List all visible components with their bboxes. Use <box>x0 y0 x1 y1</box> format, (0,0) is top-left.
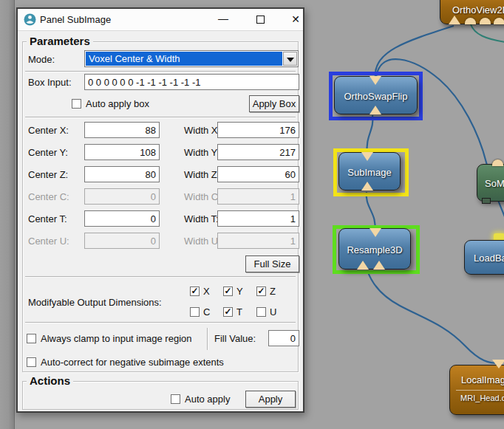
clamp-label: Always clamp to input image region <box>41 333 192 344</box>
inventor-connector-icon[interactable] <box>492 159 503 166</box>
title-bar[interactable]: Panel SubImage — ✕ <box>18 9 303 31</box>
center-c-label: Center C: <box>28 191 69 202</box>
center-y-label: Center Y: <box>28 147 68 158</box>
close-button[interactable]: ✕ <box>281 9 310 30</box>
apply-box-button[interactable]: Apply Box <box>249 95 299 112</box>
fill-value-label: Fill Value: <box>214 333 256 344</box>
width-c-label: Width C: <box>184 191 221 202</box>
width-z-label: Width Z: <box>184 169 219 180</box>
clamp-checkbox[interactable] <box>27 334 36 343</box>
mode-label: Mode: <box>28 54 55 65</box>
auto-apply-box-checkbox[interactable] <box>72 99 81 109</box>
inventor-output-connector-icon[interactable] <box>482 198 491 204</box>
center-u-label: Center U: <box>28 236 69 247</box>
dim-c-checkbox[interactable] <box>190 307 200 317</box>
dim-u-checkbox[interactable] <box>256 307 266 317</box>
center-y-field[interactable] <box>84 144 160 160</box>
width-u-field <box>217 233 299 249</box>
auto-apply-label: Auto apply <box>185 394 230 405</box>
mode-dropdown[interactable]: Voxel Center & Width <box>84 50 299 67</box>
node-label: SubImage <box>339 167 400 178</box>
separator <box>25 322 296 323</box>
autocorrect-label: Auto-correct for negative subimage exten… <box>41 357 224 368</box>
separator <box>25 71 296 72</box>
node-localimage[interactable]: LocalImag MRI_Head.d <box>449 365 504 415</box>
mode-selected-value: Voxel Center & Width <box>86 52 282 66</box>
chevron-down-icon[interactable] <box>283 52 297 66</box>
dim-y-label: Y <box>236 286 243 297</box>
inventor-connector-icon[interactable] <box>480 18 491 24</box>
node-sublabel: MRI_Head.d <box>450 394 504 402</box>
dim-z-label: Z <box>270 286 276 297</box>
width-u-label: Width U: <box>184 236 221 247</box>
apply-button[interactable]: Apply <box>245 391 296 408</box>
dim-y-checkbox[interactable]: ✓ <box>223 286 233 296</box>
node-label: LoadBa <box>474 253 504 264</box>
connection-orthoswapflip-orthoview2d <box>375 26 454 77</box>
width-x-label: Width X: <box>184 125 220 136</box>
parameters-group-title: Parameters <box>27 35 93 47</box>
modifyable-dims-label: Modifyable Output Dimensions: <box>28 297 162 308</box>
box-input-field[interactable] <box>84 74 299 90</box>
center-t-label: Center T: <box>28 213 67 224</box>
auto-apply-box-label: Auto apply box <box>86 98 149 109</box>
dim-x-label: X <box>203 286 210 297</box>
width-t-field[interactable] <box>217 210 299 227</box>
dim-x-checkbox[interactable]: ✓ <box>190 286 200 296</box>
node-som[interactable]: SoM <box>477 164 504 202</box>
full-size-button[interactable]: Full Size <box>245 255 299 272</box>
center-c-field <box>84 188 160 205</box>
fill-value-field[interactable] <box>268 330 299 346</box>
window-title: Panel SubImage <box>40 14 111 25</box>
center-z-label: Center Z: <box>28 169 68 180</box>
node-label: OrthoSwapFlip <box>335 91 417 102</box>
inventor-connector-icon[interactable] <box>494 18 504 24</box>
node-divider <box>456 390 504 391</box>
panel-subimage-window: Panel SubImage — ✕ Parameters Mode: Voxe… <box>16 7 304 413</box>
center-x-field[interactable] <box>84 122 160 138</box>
dim-t-checkbox[interactable]: ✓ <box>223 307 233 317</box>
separator <box>25 276 296 278</box>
separator <box>25 117 296 118</box>
actions-group-title: Actions <box>27 374 73 387</box>
minimize-button[interactable]: — <box>208 9 238 30</box>
width-c-field <box>217 188 299 205</box>
connection-localimage-resample3d <box>367 270 500 363</box>
node-loadbackground[interactable]: LoadBa <box>464 240 504 275</box>
dim-t-label: T <box>236 306 242 318</box>
inventor-connector-icon[interactable] <box>465 18 476 24</box>
center-t-field[interactable] <box>84 210 160 227</box>
maximize-icon <box>256 16 265 24</box>
dim-z-checkbox[interactable]: ✓ <box>256 286 266 296</box>
node-label: Resample3D <box>339 244 410 255</box>
box-input-label: Box Input: <box>28 77 72 88</box>
connection-orthoview2d-inventor <box>471 24 504 42</box>
maximize-button[interactable] <box>245 9 275 30</box>
dim-u-label: U <box>270 306 276 318</box>
node-label: LocalImag <box>450 374 504 385</box>
autocorrect-checkbox[interactable] <box>27 357 36 367</box>
dim-c-label: C <box>203 306 210 318</box>
center-u-field <box>84 233 160 249</box>
width-z-field[interactable] <box>217 166 299 182</box>
node-subimage[interactable]: SubImage <box>338 152 401 191</box>
center-z-field[interactable] <box>84 166 160 182</box>
node-label: OrthoView2D <box>452 4 504 16</box>
node-label: SoM <box>485 178 504 189</box>
width-t-label: Width T: <box>184 213 219 224</box>
width-y-field[interactable] <box>217 144 299 160</box>
center-x-label: Center X: <box>28 125 69 136</box>
width-x-field[interactable] <box>217 122 299 138</box>
vertical-separator <box>207 328 208 350</box>
width-y-label: Width Y: <box>184 147 219 158</box>
auto-apply-checkbox[interactable] <box>171 394 180 404</box>
mevislab-icon <box>24 13 36 26</box>
